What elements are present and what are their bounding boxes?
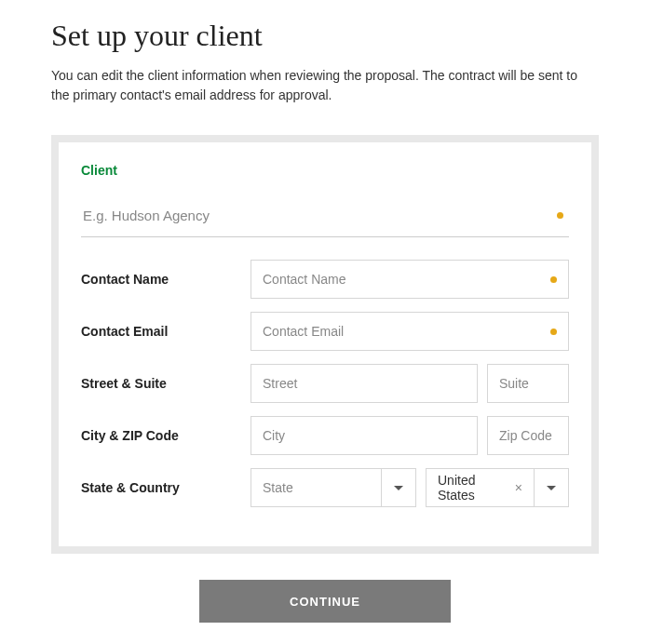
city-placeholder: City (263, 428, 466, 443)
city-input[interactable]: City (251, 416, 478, 455)
chevron-down-icon (394, 486, 403, 490)
state-country-label: State & Country (81, 480, 241, 495)
page-title: Set up your client (51, 19, 599, 53)
street-input[interactable]: Street (251, 364, 478, 403)
chevron-down-icon (547, 486, 556, 490)
contact-name-placeholder: Contact Name (263, 272, 557, 287)
form-card: Client E.g. Hudson Agency Contact Name C… (59, 142, 591, 546)
state-select[interactable]: State (251, 468, 416, 507)
contact-name-label: Contact Name (81, 272, 241, 287)
form-card-outer: Client E.g. Hudson Agency Contact Name C… (51, 135, 599, 554)
state-dropdown-button[interactable] (381, 468, 416, 507)
city-zip-label: City & ZIP Code (81, 428, 241, 443)
street-suite-label: Street & Suite (81, 376, 241, 391)
continue-button[interactable]: CONTINUE (199, 580, 451, 623)
section-label-client: Client (81, 163, 569, 178)
clear-country-icon[interactable]: × (508, 480, 522, 495)
zip-input[interactable]: Zip Code (487, 416, 569, 455)
contact-email-placeholder: Contact Email (263, 324, 557, 339)
required-dot-icon (550, 276, 557, 283)
street-placeholder: Street (263, 376, 466, 391)
suite-placeholder: Suite (499, 376, 557, 391)
page-subtitle: You can edit the client information when… (51, 66, 599, 105)
country-value: United States (438, 473, 508, 503)
client-name-placeholder: E.g. Hudson Agency (81, 204, 557, 227)
client-name-input[interactable]: E.g. Hudson Agency (81, 204, 569, 237)
country-dropdown-button[interactable] (534, 468, 569, 507)
required-dot-icon (550, 329, 557, 335)
country-select[interactable]: United States × (426, 468, 569, 507)
zip-placeholder: Zip Code (499, 428, 557, 443)
contact-email-input[interactable]: Contact Email (251, 312, 569, 351)
contact-name-input[interactable]: Contact Name (251, 260, 569, 299)
contact-email-label: Contact Email (81, 324, 241, 339)
required-dot-icon (557, 212, 563, 219)
state-placeholder: State (263, 480, 293, 495)
suite-input[interactable]: Suite (487, 364, 569, 403)
